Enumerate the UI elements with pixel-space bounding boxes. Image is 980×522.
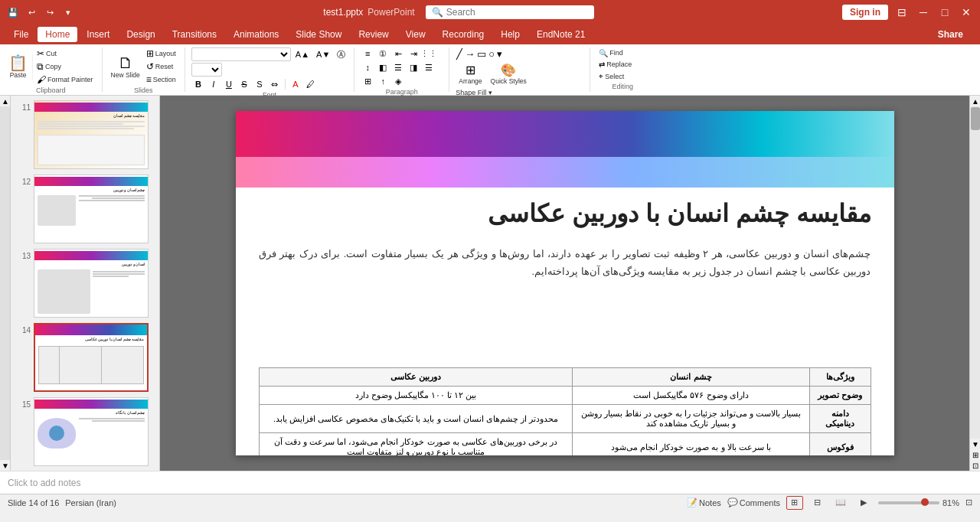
copy-button[interactable]: ⧉ Copy bbox=[34, 60, 96, 73]
font-size-decrease-icon[interactable]: A▼ bbox=[314, 49, 332, 60]
main-area: ▲ ▼ 11 مقایسه چشم انسان bbox=[0, 96, 980, 471]
fit-page-icon[interactable]: ⊡ bbox=[970, 460, 980, 471]
strikethrough-button[interactable]: S bbox=[237, 78, 251, 90]
paste-button[interactable]: 📋 Paste bbox=[6, 54, 33, 80]
font-family-select[interactable] bbox=[191, 47, 291, 61]
minimize-icon[interactable]: ─ bbox=[916, 5, 931, 20]
font-color-button[interactable]: A bbox=[289, 78, 302, 90]
save-icon[interactable]: 💾 bbox=[6, 5, 20, 19]
decrease-indent-button[interactable]: ⇤ bbox=[391, 47, 405, 60]
quick-styles-button[interactable]: 🎨 Quick Styles bbox=[488, 64, 530, 86]
format-painter-button[interactable]: 🖌 Format Painter bbox=[34, 73, 96, 86]
undo-icon[interactable]: ↩ bbox=[24, 5, 38, 19]
reset-button[interactable]: ↺ Reset bbox=[144, 60, 178, 73]
zoom-level: 81% bbox=[942, 498, 959, 507]
slide-body: چشم‌های انسان و دوربین عکاسی، هر ۲ وظیفه… bbox=[259, 245, 871, 281]
align-text-button[interactable]: ↑ bbox=[376, 75, 390, 87]
menu-design[interactable]: Design bbox=[119, 27, 162, 42]
slide-thumb-12[interactable]: 12 چشم انسان و دوربین bbox=[14, 173, 156, 245]
table-cell: بین ۱۲ تا ۱۰۰ مگاپیکسل وضوح دارد bbox=[259, 387, 573, 405]
slide-thumb-11[interactable]: 11 مقایسه چشم انسان bbox=[14, 99, 156, 171]
cut-button[interactable]: ✂ Cut bbox=[34, 47, 96, 60]
select-button[interactable]: ⌖ Select bbox=[596, 71, 634, 82]
share-button[interactable]: Share bbox=[927, 26, 974, 43]
menu-animations[interactable]: Animations bbox=[226, 27, 286, 42]
menu-review[interactable]: Review bbox=[351, 27, 396, 42]
close-icon[interactable]: ✕ bbox=[959, 5, 974, 20]
notes-button[interactable]: 📝 Notes bbox=[687, 498, 721, 507]
menu-insert[interactable]: Insert bbox=[79, 27, 117, 42]
align-center-button[interactable]: ☰ bbox=[391, 61, 405, 73]
columns-button[interactable]: ⋮⋮ bbox=[422, 47, 436, 60]
numbering-button[interactable]: ① bbox=[376, 47, 390, 60]
normal-view-button[interactable]: ⊞ bbox=[786, 496, 803, 510]
search-input[interactable] bbox=[446, 7, 584, 18]
slide-preview-15: چشم انسان با نگاه bbox=[34, 397, 149, 466]
notes-bar[interactable]: Click to add notes bbox=[0, 471, 980, 494]
scroll-down-icon[interactable]: ▼ bbox=[0, 460, 11, 471]
align-left-button[interactable]: ◧ bbox=[376, 61, 390, 73]
comments-button[interactable]: 💬 Comments bbox=[727, 498, 780, 507]
shape-arrow[interactable]: → bbox=[464, 47, 475, 60]
italic-button[interactable]: I bbox=[207, 78, 220, 90]
bullets-button[interactable]: ≡ bbox=[361, 47, 374, 60]
shape-oval[interactable]: ○ bbox=[488, 47, 495, 60]
ribbon-toggle-icon[interactable]: ⊟ bbox=[894, 5, 910, 20]
text-highlight-button[interactable]: 🖊 bbox=[304, 78, 318, 90]
slide-canvas[interactable]: مقایسه چشم انسان با دوربین عکاسی چشم‌های… bbox=[236, 111, 894, 455]
text-direction-button[interactable]: ⊞ bbox=[361, 75, 374, 87]
slideshow-button[interactable]: ▶ bbox=[855, 496, 872, 510]
new-slide-button[interactable]: 🗋 New Slide bbox=[109, 54, 142, 80]
shape-more[interactable]: ▾ bbox=[496, 47, 503, 60]
font-size-select[interactable] bbox=[191, 63, 222, 77]
line-spacing-button[interactable]: ↕ bbox=[361, 61, 374, 73]
maximize-icon[interactable]: □ bbox=[937, 5, 952, 20]
menu-file[interactable]: File bbox=[6, 27, 36, 42]
bold-button[interactable]: B bbox=[191, 78, 205, 90]
customize-qat-icon[interactable]: ▾ bbox=[61, 5, 75, 19]
shadow-button[interactable]: S bbox=[253, 78, 266, 90]
underline-button[interactable]: U bbox=[222, 78, 236, 90]
menu-endnote[interactable]: EndNote 21 bbox=[529, 27, 593, 42]
expand-icon[interactable]: ⊞ bbox=[970, 449, 980, 460]
zoom-slider[interactable] bbox=[878, 501, 939, 504]
zoom-fit-button[interactable]: ⊡ bbox=[965, 498, 972, 507]
table-header-2: چشم انسان bbox=[573, 368, 809, 387]
menu-home[interactable]: Home bbox=[38, 27, 77, 42]
shape-rect[interactable]: ▭ bbox=[476, 47, 487, 60]
menu-help[interactable]: Help bbox=[493, 27, 528, 42]
layout-button[interactable]: ⊞ Layout bbox=[144, 47, 178, 60]
slide-thumb-14[interactable]: 14 مقایسه چشم انسان با دوربین عکاسی bbox=[14, 321, 156, 393]
clear-formatting-icon[interactable]: Ⓐ bbox=[335, 48, 348, 61]
slide-thumb-13[interactable]: 13 انسان و دوربین bbox=[14, 247, 156, 319]
table-cell: با سرعت بالا و به صورت خودکار انجام می‌ش… bbox=[573, 433, 809, 456]
slide-thumb-16[interactable]: 16 bbox=[14, 470, 156, 471]
align-right-button[interactable]: ◨ bbox=[407, 61, 420, 73]
signin-button[interactable]: Sign in bbox=[842, 5, 888, 20]
slide-sorter-button[interactable]: ⊟ bbox=[809, 496, 826, 510]
scroll-up-icon[interactable]: ▲ bbox=[0, 96, 11, 106]
menu-view[interactable]: View bbox=[398, 27, 433, 42]
left-scrollbar[interactable]: ▲ ▼ bbox=[0, 96, 11, 471]
right-scroll-down[interactable]: ▼ bbox=[970, 439, 980, 449]
right-scrollbar[interactable]: ▲ ▼ ⊞ ⊡ bbox=[969, 96, 980, 471]
menu-transitions[interactable]: Transitions bbox=[165, 27, 224, 42]
reading-view-button[interactable]: 📖 bbox=[832, 496, 849, 510]
arrange-button[interactable]: ⊞ Arrange bbox=[456, 64, 485, 86]
replace-button[interactable]: ⇄ Replace bbox=[596, 60, 634, 70]
smartart-button[interactable]: ◈ bbox=[391, 75, 405, 87]
increase-indent-button[interactable]: ⇥ bbox=[407, 47, 420, 60]
find-button[interactable]: 🔍 Find bbox=[596, 48, 634, 58]
justify-button[interactable]: ☰ bbox=[422, 61, 436, 73]
right-scroll-up[interactable]: ▲ bbox=[970, 96, 980, 106]
menu-recording[interactable]: Recording bbox=[435, 27, 492, 42]
slide-table: ویژگی‌ها چشم انسان دوربین عکاسی وضوح تصو… bbox=[259, 367, 871, 455]
font-size-increase-icon[interactable]: A▲ bbox=[293, 49, 312, 60]
slide-thumb-15[interactable]: 15 چشم انسان با نگاه bbox=[14, 396, 156, 468]
section-button[interactable]: ≡ Section bbox=[144, 73, 178, 86]
char-spacing-button[interactable]: ⇔ bbox=[268, 78, 282, 90]
shape-line[interactable]: ╱ bbox=[456, 47, 463, 60]
menu-slideshow[interactable]: Slide Show bbox=[288, 27, 349, 42]
redo-icon[interactable]: ↪ bbox=[43, 5, 57, 19]
search-box[interactable]: 🔍 bbox=[426, 5, 594, 19]
